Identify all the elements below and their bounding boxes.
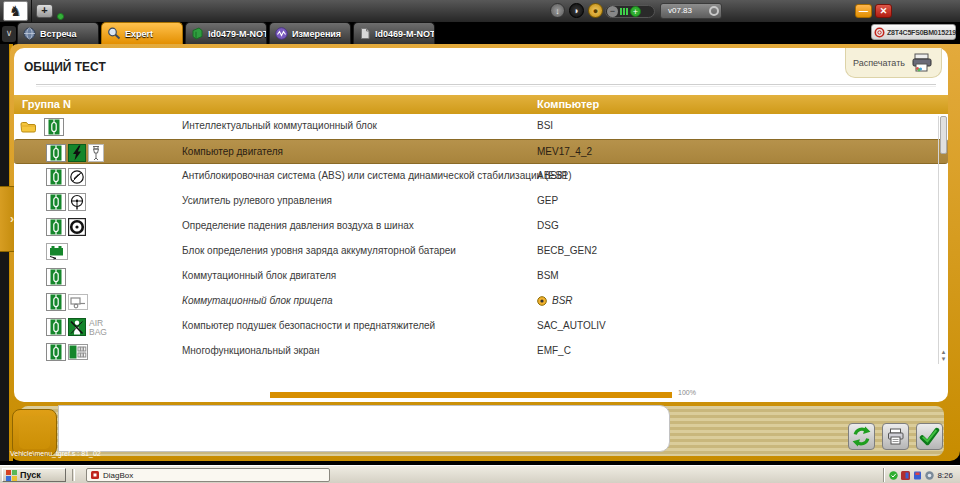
row-computer: BECB_GEN2 — [537, 245, 597, 256]
chevron-down-icon[interactable]: ∨ — [2, 26, 16, 42]
row-icon-group — [46, 240, 68, 263]
zoom-control[interactable]: − + — [605, 5, 655, 18]
tab-1[interactable]: Встреча — [17, 22, 99, 44]
globe-icon — [23, 27, 36, 40]
steering-icon — [68, 193, 86, 211]
fuse-module-icon — [44, 118, 64, 136]
row-computer: EMF_C — [537, 345, 571, 356]
row-icon-group — [46, 141, 104, 164]
tray-red-icon[interactable] — [901, 471, 910, 480]
fuse-module-icon — [46, 193, 66, 211]
injector-icon — [88, 144, 104, 162]
table-row[interactable]: Многофункциональный экранEMF_C — [14, 339, 948, 364]
fuse-module-icon — [46, 144, 66, 162]
table-row[interactable]: Коммутационный блок прицепаBSR — [14, 289, 948, 314]
print-button[interactable]: Распечатать — [845, 48, 942, 78]
taskbar: Пуск DiagBox 8:26 — [0, 465, 960, 483]
row-icon-group: AIRBAG — [46, 315, 112, 338]
scrollbar-thumb[interactable] — [940, 116, 947, 154]
fuse-module-icon — [46, 343, 66, 361]
windows-logo-icon — [6, 470, 17, 481]
tab-5[interactable]: Id0469-M-NOT... — [353, 22, 435, 44]
tab-strip: ВстречаExpertId0479-M-NOT...ИзмеренияId0… — [17, 22, 435, 44]
system-tray: 8:26 — [883, 468, 958, 482]
zoom-in-icon[interactable]: + — [630, 6, 641, 17]
row-label: Интеллектуальный коммутационный блок — [182, 120, 377, 131]
add-button[interactable]: + — [36, 4, 53, 18]
progress-bar — [270, 392, 672, 398]
row-label: Антиблокировочная система (ABS) или сист… — [182, 170, 572, 181]
row-computer: DSG — [537, 220, 559, 231]
table-row[interactable]: Антиблокировочная система (ABS) или сист… — [14, 164, 948, 189]
confirm-button[interactable] — [916, 423, 943, 450]
action-bar — [848, 423, 943, 450]
start-button[interactable]: Пуск — [2, 468, 66, 482]
scrollbar[interactable]: ▴▾ — [938, 116, 947, 364]
tab-label: Id0479-M-NOT... — [208, 29, 267, 39]
page-title: ОБЩИЙ ТЕСТ — [24, 60, 106, 74]
zoom-out-icon[interactable]: − — [607, 6, 618, 17]
note-icon — [537, 296, 547, 306]
column-computer: Компьютер — [537, 98, 599, 110]
tab-4[interactable]: Измерения — [269, 22, 351, 44]
tray-green-icon[interactable] — [889, 471, 898, 480]
green-doc-icon — [191, 27, 204, 40]
table-row[interactable]: Усилитель рулевого управленияGEP — [14, 189, 948, 214]
battery-icon — [46, 243, 68, 260]
table-row[interactable]: Коммутационный блок двигателяBSM — [14, 264, 948, 289]
print-button-label: Распечатать — [853, 58, 905, 68]
taskbar-item-diagbox[interactable]: DiagBox — [86, 468, 330, 482]
tab-bar: ∨ ВстречаExpertId0479-M-NOT...ИзмеренияI… — [0, 22, 960, 44]
fuse-module-icon — [46, 218, 66, 236]
fuse-module-icon — [46, 168, 66, 186]
row-label: Коммутационный блок двигателя — [182, 270, 336, 281]
row-computer: BSI — [537, 120, 553, 131]
scrollbar-arrows[interactable]: ▴▾ — [939, 348, 948, 362]
row-computer: GEP — [537, 195, 558, 206]
belt-icon — [68, 318, 86, 336]
vin-badge[interactable]: Z8T4C5FS0BM015219 — [871, 24, 956, 40]
row-icon-group — [46, 215, 86, 238]
table-row[interactable]: Компьютер двигателяMEV17_4_2 — [14, 139, 948, 164]
tab-label: Встреча — [40, 29, 76, 39]
diagbox-screen: ♞ + ↓ ◗ ● − + v07.83 — ✕ ∨ ВстречаExpert… — [0, 0, 960, 483]
table-header: Группа N Компьютер — [14, 95, 948, 114]
refresh-icon — [851, 426, 872, 447]
tab-label: Expert — [125, 29, 153, 39]
message-box — [58, 405, 670, 452]
minimize-button[interactable]: — — [855, 4, 872, 18]
table-row[interactable]: Интеллектуальный коммутационный блокBSI — [14, 114, 948, 139]
tab-3[interactable]: Id0479-M-NOT... — [185, 22, 267, 44]
svg-text:BAG: BAG — [89, 327, 107, 336]
row-icon-group — [46, 265, 66, 288]
row-label: Коммутационный блок прицепа — [182, 295, 332, 306]
trailer-icon — [68, 294, 88, 310]
download-icon[interactable]: ↓ — [550, 3, 565, 18]
print-action-button[interactable] — [882, 423, 909, 450]
table-row[interactable]: Блок определения уровня заряда аккумулят… — [14, 239, 948, 264]
moon-icon[interactable]: ◗ — [569, 3, 584, 18]
close-button[interactable]: ✕ — [875, 4, 892, 18]
title-divider — [36, 84, 936, 87]
waveform-icon — [275, 27, 288, 40]
tray-battery-icon[interactable] — [913, 471, 922, 480]
row-computer: BSR — [537, 295, 573, 306]
tray-grey-icon[interactable] — [925, 471, 934, 480]
row-label: Компьютер подушек безопасности и преднат… — [182, 320, 435, 331]
fuse-module-icon — [46, 293, 66, 311]
table-row[interactable]: Определение падения давления воздуха в ш… — [14, 214, 948, 239]
folder-icon — [20, 121, 36, 133]
peugeot-lion-icon: ♞ — [3, 1, 28, 21]
row-icon-group — [46, 340, 88, 363]
table-row[interactable]: AIRBAGКомпьютер подушек безопасности и п… — [14, 314, 948, 339]
coin-icon[interactable]: ● — [588, 3, 603, 18]
fuse-module-icon — [46, 318, 66, 336]
abs-icon — [68, 168, 86, 186]
target-icon — [874, 27, 885, 38]
refresh-button[interactable] — [848, 423, 875, 450]
version-label: v07.83 — [668, 6, 692, 15]
print-action-icon — [886, 428, 906, 445]
column-group: Группа N — [22, 98, 71, 110]
sync-icon[interactable] — [709, 6, 719, 16]
tab-2[interactable]: Expert — [101, 22, 183, 44]
